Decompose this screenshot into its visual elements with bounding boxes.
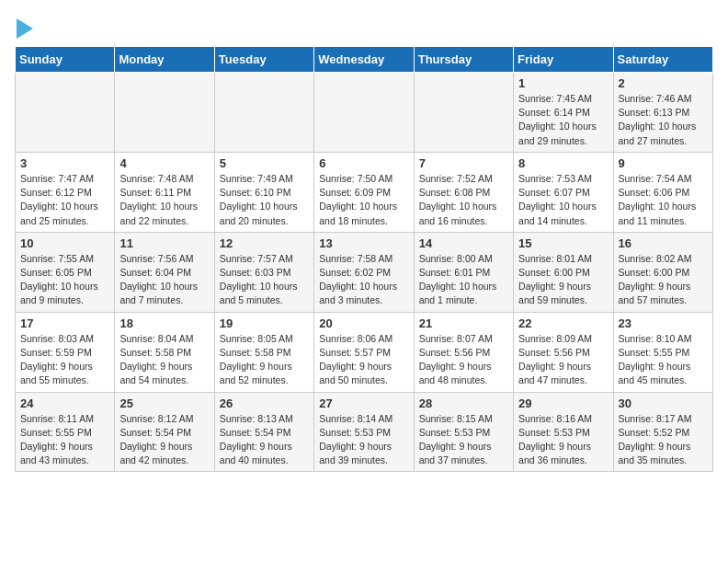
weekday-header-wednesday: Wednesday — [314, 47, 414, 73]
calendar-week-3: 10Sunrise: 7:55 AM Sunset: 6:05 PM Dayli… — [16, 232, 713, 312]
calendar-cell — [314, 73, 414, 153]
day-number: 20 — [319, 316, 408, 330]
calendar-cell: 23Sunrise: 8:10 AM Sunset: 5:55 PM Dayli… — [613, 312, 712, 392]
calendar-cell: 2Sunrise: 7:46 AM Sunset: 6:13 PM Daylig… — [613, 73, 712, 153]
calendar-cell: 14Sunrise: 8:00 AM Sunset: 6:01 PM Dayli… — [414, 232, 513, 312]
calendar-cell: 20Sunrise: 8:06 AM Sunset: 5:57 PM Dayli… — [314, 312, 414, 392]
day-number: 1 — [518, 76, 608, 90]
day-number: 12 — [220, 236, 309, 250]
calendar-cell: 12Sunrise: 7:57 AM Sunset: 6:03 PM Dayli… — [214, 232, 313, 312]
day-info: Sunrise: 8:10 AM Sunset: 5:55 PM Dayligh… — [619, 332, 708, 388]
calendar-cell: 15Sunrise: 8:01 AM Sunset: 6:00 PM Dayli… — [514, 232, 613, 312]
calendar-cell — [414, 73, 513, 153]
day-info: Sunrise: 8:07 AM Sunset: 5:56 PM Dayligh… — [419, 332, 508, 388]
weekday-header-thursday: Thursday — [414, 47, 513, 73]
calendar-cell: 3Sunrise: 7:47 AM Sunset: 6:12 PM Daylig… — [16, 152, 115, 232]
calendar-cell — [214, 73, 313, 153]
day-number: 2 — [619, 76, 708, 90]
calendar-cell: 6Sunrise: 7:50 AM Sunset: 6:09 PM Daylig… — [314, 152, 414, 232]
svg-marker-0 — [17, 18, 33, 39]
calendar-table: SundayMondayTuesdayWednesdayThursdayFrid… — [15, 46, 713, 472]
day-info: Sunrise: 7:46 AM Sunset: 6:13 PM Dayligh… — [619, 92, 708, 148]
calendar-cell: 16Sunrise: 8:02 AM Sunset: 6:00 PM Dayli… — [613, 232, 712, 312]
calendar-cell: 17Sunrise: 8:03 AM Sunset: 5:59 PM Dayli… — [16, 312, 115, 392]
day-number: 6 — [319, 156, 408, 170]
calendar-cell: 8Sunrise: 7:53 AM Sunset: 6:07 PM Daylig… — [514, 152, 613, 232]
day-number: 16 — [619, 236, 708, 250]
calendar-cell: 24Sunrise: 8:11 AM Sunset: 5:55 PM Dayli… — [16, 392, 115, 472]
day-info: Sunrise: 8:13 AM Sunset: 5:54 PM Dayligh… — [220, 412, 309, 468]
calendar-cell: 26Sunrise: 8:13 AM Sunset: 5:54 PM Dayli… — [214, 392, 313, 472]
day-number: 23 — [619, 316, 708, 330]
day-number: 7 — [419, 156, 508, 170]
calendar-cell: 1Sunrise: 7:45 AM Sunset: 6:14 PM Daylig… — [514, 73, 613, 153]
day-number: 4 — [119, 156, 209, 170]
day-info: Sunrise: 7:53 AM Sunset: 6:07 PM Dayligh… — [518, 172, 608, 228]
calendar-cell: 22Sunrise: 8:09 AM Sunset: 5:56 PM Dayli… — [514, 312, 613, 392]
day-info: Sunrise: 8:09 AM Sunset: 5:56 PM Dayligh… — [518, 332, 608, 388]
day-info: Sunrise: 7:45 AM Sunset: 6:14 PM Dayligh… — [518, 92, 608, 148]
day-info: Sunrise: 8:17 AM Sunset: 5:52 PM Dayligh… — [619, 412, 708, 468]
calendar-cell: 27Sunrise: 8:14 AM Sunset: 5:53 PM Dayli… — [314, 392, 414, 472]
day-info: Sunrise: 8:01 AM Sunset: 6:00 PM Dayligh… — [518, 252, 608, 308]
day-number: 30 — [619, 396, 708, 410]
header — [15, 15, 713, 39]
calendar-week-4: 17Sunrise: 8:03 AM Sunset: 5:59 PM Dayli… — [16, 312, 713, 392]
logo — [15, 18, 33, 39]
day-number: 18 — [119, 316, 209, 330]
day-info: Sunrise: 7:54 AM Sunset: 6:06 PM Dayligh… — [619, 172, 708, 228]
calendar-cell: 29Sunrise: 8:16 AM Sunset: 5:53 PM Dayli… — [514, 392, 613, 472]
day-number: 17 — [20, 316, 109, 330]
calendar-cell: 28Sunrise: 8:15 AM Sunset: 5:53 PM Dayli… — [414, 392, 513, 472]
calendar-week-5: 24Sunrise: 8:11 AM Sunset: 5:55 PM Dayli… — [16, 392, 713, 472]
day-info: Sunrise: 7:56 AM Sunset: 6:04 PM Dayligh… — [119, 252, 209, 308]
day-number: 26 — [220, 396, 309, 410]
day-info: Sunrise: 8:06 AM Sunset: 5:57 PM Dayligh… — [319, 332, 408, 388]
calendar-cell — [115, 73, 214, 153]
calendar-week-2: 3Sunrise: 7:47 AM Sunset: 6:12 PM Daylig… — [16, 152, 713, 232]
weekday-header-row: SundayMondayTuesdayWednesdayThursdayFrid… — [16, 47, 713, 73]
day-number: 14 — [419, 236, 508, 250]
calendar-cell: 4Sunrise: 7:48 AM Sunset: 6:11 PM Daylig… — [115, 152, 214, 232]
calendar-cell: 9Sunrise: 7:54 AM Sunset: 6:06 PM Daylig… — [613, 152, 712, 232]
day-info: Sunrise: 8:03 AM Sunset: 5:59 PM Dayligh… — [20, 332, 109, 388]
day-info: Sunrise: 8:14 AM Sunset: 5:53 PM Dayligh… — [319, 412, 408, 468]
day-info: Sunrise: 7:49 AM Sunset: 6:10 PM Dayligh… — [220, 172, 309, 228]
weekday-header-saturday: Saturday — [613, 47, 712, 73]
day-number: 25 — [119, 396, 209, 410]
day-info: Sunrise: 8:15 AM Sunset: 5:53 PM Dayligh… — [419, 412, 508, 468]
day-number: 28 — [419, 396, 508, 410]
day-info: Sunrise: 8:00 AM Sunset: 6:01 PM Dayligh… — [419, 252, 508, 308]
day-info: Sunrise: 7:48 AM Sunset: 6:11 PM Dayligh… — [119, 172, 209, 228]
day-info: Sunrise: 7:57 AM Sunset: 6:03 PM Dayligh… — [220, 252, 309, 308]
day-number: 27 — [319, 396, 408, 410]
calendar-cell: 18Sunrise: 8:04 AM Sunset: 5:58 PM Dayli… — [115, 312, 214, 392]
day-number: 15 — [518, 236, 608, 250]
day-info: Sunrise: 8:04 AM Sunset: 5:58 PM Dayligh… — [119, 332, 209, 388]
day-info: Sunrise: 8:12 AM Sunset: 5:54 PM Dayligh… — [119, 412, 209, 468]
weekday-header-monday: Monday — [115, 47, 214, 73]
day-number: 24 — [20, 396, 109, 410]
weekday-header-friday: Friday — [514, 47, 613, 73]
calendar-cell: 30Sunrise: 8:17 AM Sunset: 5:52 PM Dayli… — [613, 392, 712, 472]
day-info: Sunrise: 7:50 AM Sunset: 6:09 PM Dayligh… — [319, 172, 408, 228]
calendar-cell: 10Sunrise: 7:55 AM Sunset: 6:05 PM Dayli… — [16, 232, 115, 312]
calendar-week-1: 1Sunrise: 7:45 AM Sunset: 6:14 PM Daylig… — [16, 73, 713, 153]
calendar-cell: 25Sunrise: 8:12 AM Sunset: 5:54 PM Dayli… — [115, 392, 214, 472]
day-number: 13 — [319, 236, 408, 250]
day-info: Sunrise: 7:52 AM Sunset: 6:08 PM Dayligh… — [419, 172, 508, 228]
day-number: 21 — [419, 316, 508, 330]
weekday-header-sunday: Sunday — [16, 47, 115, 73]
day-info: Sunrise: 8:05 AM Sunset: 5:58 PM Dayligh… — [220, 332, 309, 388]
calendar-cell: 21Sunrise: 8:07 AM Sunset: 5:56 PM Dayli… — [414, 312, 513, 392]
day-info: Sunrise: 8:16 AM Sunset: 5:53 PM Dayligh… — [518, 412, 608, 468]
day-info: Sunrise: 8:02 AM Sunset: 6:00 PM Dayligh… — [619, 252, 708, 308]
calendar-cell: 5Sunrise: 7:49 AM Sunset: 6:10 PM Daylig… — [214, 152, 313, 232]
logo-arrow-icon — [17, 18, 33, 39]
day-number: 29 — [518, 396, 608, 410]
calendar-cell: 11Sunrise: 7:56 AM Sunset: 6:04 PM Dayli… — [115, 232, 214, 312]
day-info: Sunrise: 8:11 AM Sunset: 5:55 PM Dayligh… — [20, 412, 109, 468]
day-number: 11 — [119, 236, 209, 250]
day-number: 10 — [20, 236, 109, 250]
day-number: 3 — [20, 156, 109, 170]
